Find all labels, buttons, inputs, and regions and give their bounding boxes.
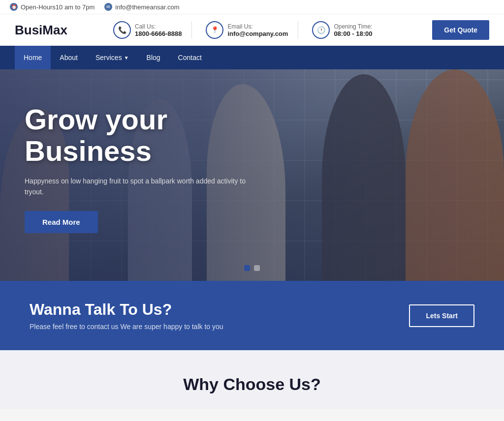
cta-text: Wanna Talk To Us? Please feel free to co… — [30, 301, 223, 331]
map-icon: 📍 — [206, 21, 223, 39]
top-bar: ⏰ Open-Hours10 am to 7pm ✉ info@themeans… — [0, 0, 504, 14]
nav-about-label: About — [60, 54, 78, 61]
nav-blog-label: Blog — [147, 54, 160, 61]
email-label: Email Us: — [227, 23, 288, 30]
nav-home-label: Home — [24, 54, 42, 61]
cta-title: Wanna Talk To Us? — [30, 301, 223, 319]
header-contact: 📞 Call Us: 1800-6666-8888 📍 Email Us: in… — [103, 21, 422, 39]
nav-services-label: Services — [95, 54, 122, 61]
nav-item-services[interactable]: Services ▼ — [87, 46, 138, 69]
read-more-button[interactable]: Read More — [25, 211, 98, 233]
hero-section: Grow your Business Happyness on low hang… — [0, 69, 504, 281]
contact-email-text: Email Us: info@company.com — [227, 23, 288, 37]
top-bar-hours: ⏰ Open-Hours10 am to 7pm — [10, 3, 94, 11]
hero-subtitle: Happyness on low hanging fruit to spot a… — [25, 176, 246, 198]
opening-label: Opening Time: — [334, 23, 372, 30]
clock-icon-header: 🕐 — [312, 21, 330, 39]
contact-email: 📍 Email Us: info@company.com — [196, 21, 298, 39]
hero-title: Grow your Business — [25, 104, 271, 167]
hero-dots — [244, 265, 260, 271]
hero-dot-2[interactable] — [254, 265, 260, 271]
hero-dot-1[interactable] — [244, 265, 250, 271]
top-bar-email: ✉ info@themeansar.com — [104, 3, 179, 11]
phone-icon: 📞 — [113, 21, 131, 39]
top-bar-hours-text: Open-Hours10 am to 7pm — [21, 3, 94, 11]
lets-start-button[interactable]: Lets Start — [409, 304, 474, 327]
cta-band: Wanna Talk To Us? Please feel free to co… — [0, 281, 504, 350]
logo: BusiMax — [15, 23, 84, 38]
call-value: 1800-6666-8888 — [135, 30, 182, 37]
header: BusiMax 📞 Call Us: 1800-6666-8888 📍 Emai… — [0, 14, 504, 46]
contact-phone-text: Call Us: 1800-6666-8888 — [135, 23, 182, 37]
why-title: Why Choose Us? — [30, 375, 474, 394]
why-section: Why Choose Us? — [0, 350, 504, 409]
get-quote-button[interactable]: Get Quote — [432, 20, 489, 40]
contact-hours-text: Opening Time: 08:00 - 18:00 — [334, 23, 372, 37]
main-nav: Home About Services ▼ Blog Contact — [0, 46, 504, 69]
call-label: Call Us: — [135, 23, 182, 30]
top-bar-email-text: info@themeansar.com — [115, 3, 179, 11]
opening-value: 08:00 - 18:00 — [334, 30, 372, 37]
nav-contact-label: Contact — [178, 54, 202, 61]
nav-item-about[interactable]: About — [51, 46, 87, 69]
services-arrow-icon: ▼ — [124, 55, 129, 60]
hero-content: Grow your Business Happyness on low hang… — [0, 69, 295, 253]
contact-phone: 📞 Call Us: 1800-6666-8888 — [103, 21, 192, 39]
nav-item-home[interactable]: Home — [15, 46, 51, 69]
email-value: info@company.com — [227, 30, 288, 37]
clock-icon: ⏰ — [10, 3, 18, 11]
email-icon-small: ✉ — [104, 3, 112, 11]
nav-item-contact[interactable]: Contact — [169, 46, 211, 69]
cta-subtitle: Please feel free to contact us We are su… — [30, 323, 223, 331]
nav-item-blog[interactable]: Blog — [138, 46, 169, 69]
contact-hours: 🕐 Opening Time: 08:00 - 18:00 — [302, 21, 382, 39]
